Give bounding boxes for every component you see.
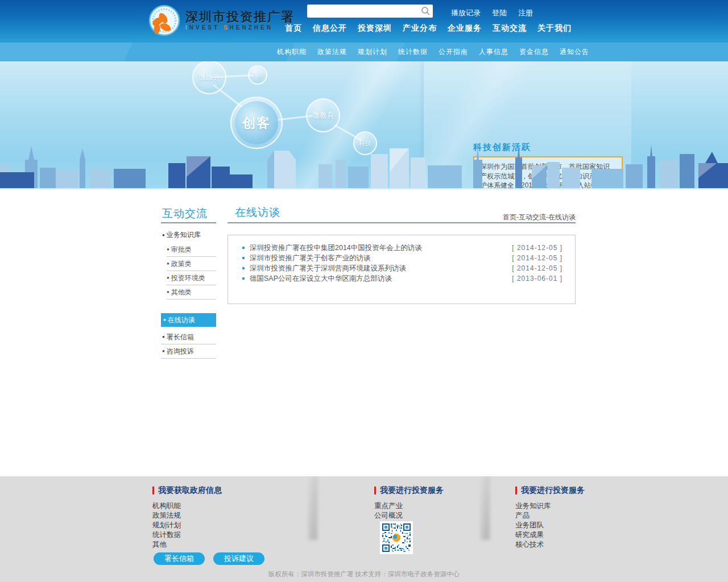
subnav-notices[interactable]: 通知公告 [560,47,589,57]
main-nav: 首页 信息公开 投资深圳 产业分布 企业服务 互动交流 关于我们 [285,23,572,34]
site-title: 深圳市投资推广署 [185,10,295,24]
bubble-micro-gov[interactable]: 微政务 [192,61,226,94]
nav-invest-shenzhen[interactable]: 投资深圳 [358,23,392,34]
divider-shadow [481,476,490,540]
footer-link-policies[interactable]: 政策法规 [152,511,222,521]
footer-heading: 我要获取政府信息 [152,485,222,496]
bullet-icon: ● [163,317,166,322]
login-link[interactable]: 登陆 [492,8,507,18]
bubble-micro-edu[interactable]: 微教育 [306,98,340,132]
nav-info-disclosure[interactable]: 信息公开 [313,23,347,34]
sidebar-item-online-interview-active[interactable]: ●在线访谈 [161,313,216,327]
sidebar-subitem-invest-env[interactable]: ●投资环境类 [167,271,216,285]
subnav-plans[interactable]: 规划计划 [358,47,387,57]
footer: 我要获取政府信息 机构职能 政策法规 规划计划 统计数据 其他 署长信箱 投诉建… [0,476,728,582]
footer-col-invest-services-2: 我要进行投资服务 业务知识库 产品 业务团队 研究成果 核心技术 [515,485,585,550]
subnav-funds[interactable]: 资金信息 [519,47,549,57]
footer-link-core-tech[interactable]: 核心技术 [515,540,585,550]
list-item[interactable]: 深圳市投资推广署关于创客产业的访谈[ 2014-12-05 ] [228,253,575,263]
bullet-icon: ● [167,275,169,280]
bullet-icon: ● [162,232,165,238]
red-bar-icon [515,487,517,494]
bullet-icon: ● [167,289,169,294]
footer-link-products[interactable]: 产品 [515,511,585,521]
square-bullet-icon [242,257,245,259]
page: 深圳市投资推广署 INVEST SHENZHEN 播放记录 登陆 注册 首页 信… [0,0,728,582]
list-item[interactable]: 德国SAP公司在深设立大中华区南方总部访谈[ 2013-06-01 ] [228,273,575,284]
director-mailbox-button[interactable]: 署长信箱 [154,552,205,565]
nav-interaction[interactable]: 互动交流 [493,23,527,34]
footer-col-invest-services-1: 我要进行投资服务 重点产业 公司概况 [374,485,444,521]
sub-nav-items: 机构职能 政策法规 规划计划 统计数据 公开指南 人事信息 资金信息 通知公告 [277,43,589,61]
complaint-suggestion-button[interactable]: 投诉建议 [213,552,264,565]
bullet-icon: ● [162,334,165,339]
site-logo[interactable]: 深圳市投资推广署 INVEST SHENZHEN [148,5,295,38]
footer-buttons: 署长信箱 投诉建议 [154,552,264,565]
footer-link-company-profile[interactable]: 公司概况 [374,511,444,521]
bullet-icon: ● [167,261,169,266]
footer-link-others[interactable]: 其他 [152,540,222,550]
square-bullet-icon [242,267,245,269]
subnav-functions[interactable]: 机构职能 [277,47,307,57]
sidebar: 互动交流 ●业务知识库 ●审批类 ●政策类 ●投资环境类 ●其他类 ●在线访谈 … [161,189,216,476]
sidebar-subitem-approval[interactable]: ●审批类 [167,243,216,257]
footer-link-knowledge-base[interactable]: 业务知识库 [515,501,585,511]
play-history-link[interactable]: 播放记录 [451,8,481,18]
search-input[interactable] [307,6,421,16]
sidebar-title: 互动交流 [162,206,208,221]
main-title-rule [228,222,576,223]
footer-heading: 我要进行投资服务 [374,485,444,496]
nav-enterprise-services[interactable]: 企业服务 [448,23,482,34]
city-skyline [0,143,728,189]
red-bar-icon [374,487,376,494]
sidebar-item-knowledge-base[interactable]: ●业务知识库 [162,230,201,240]
footer-link-statistics[interactable]: 统计数据 [152,530,222,540]
square-bullet-icon [242,277,245,280]
sidebar-title-rule [161,222,216,223]
user-links: 播放记录 登陆 注册 [451,8,533,18]
subnav-guide[interactable]: 公开指南 [439,47,468,57]
qr-code [380,521,413,554]
footer-link-plans[interactable]: 规划计划 [152,521,222,530]
square-bullet-icon [242,247,245,249]
header-bar: 深圳市投资推广署 INVEST SHENZHEN 播放记录 登陆 注册 首页 信… [0,0,728,43]
sub-nav: 机构职能 政策法规 规划计划 统计数据 公开指南 人事信息 资金信息 通知公告 [0,43,728,61]
nav-industry-distribution[interactable]: 产业分布 [403,23,437,34]
footer-link-functions[interactable]: 机构职能 [152,501,222,511]
bullet-icon: ● [162,348,165,354]
bubble-industry[interactable]: 产业 [248,65,267,85]
bubble-maker[interactable]: 创客 [230,97,283,149]
breadcrumb[interactable]: 首页-互动交流-在线访谈 [503,213,576,222]
sidebar-subitem-others[interactable]: ●其他类 [167,285,216,300]
subnav-personnel[interactable]: 人事信息 [479,47,508,57]
divider-shadow [308,476,317,540]
footer-heading: 我要进行投资服务 [515,485,585,496]
sidebar-item-director-mailbox[interactable]: ●署长信箱 [161,330,216,344]
list-item[interactable]: 深圳市投资推广署关于深圳营商环境建设系列访谈[ 2014-12-05 ] [228,263,575,273]
copyright-text: 版权所有：深圳市投资推广署 技术支持：深圳市电子政务资源中心 [0,570,728,579]
footer-link-key-industries[interactable]: 重点产业 [374,501,444,511]
site-subtitle: INVEST SHENZHEN [185,24,295,32]
footer-col-government-info: 我要获取政府信息 机构职能 政策法规 规划计划 统计数据 其他 [152,485,222,550]
red-bar-icon [152,487,154,494]
footer-link-business-team[interactable]: 业务团队 [515,521,585,530]
nav-home[interactable]: 首页 [285,23,302,34]
search-icon[interactable] [421,6,431,16]
nav-about-us[interactable]: 关于我们 [537,23,572,34]
hero-banner: 微政务 产业 创客 微教育 科技 科技创新活跃 深圳作为国家首批创新城市、首批国… [0,61,728,189]
content-area: 互动交流 ●业务知识库 ●审批类 ●政策类 ●投资环境类 ●其他类 ●在线访谈 … [0,189,728,476]
bullet-icon: ● [167,247,169,252]
subnav-statistics[interactable]: 统计数据 [398,47,428,57]
logo-emblem-icon [148,5,181,38]
sidebar-subitem-policy[interactable]: ●政策类 [167,257,216,271]
subnav-policies[interactable]: 政策法规 [317,47,347,57]
list-item[interactable]: 深圳投资推广署在投中集团2014中国投资年会上的访谈[ 2014-12-05 ] [228,243,575,253]
search-box [307,5,433,18]
page-title: 在线访谈 [235,205,280,220]
footer-link-research-results[interactable]: 研究成果 [515,530,585,540]
sidebar-item-consult-complaint[interactable]: ●咨询投诉 [161,344,216,359]
logo-text: 深圳市投资推广署 INVEST SHENZHEN [185,10,295,32]
register-link[interactable]: 注册 [518,8,533,18]
interview-list: 深圳投资推广署在投中集团2014中国投资年会上的访谈[ 2014-12-05 ]… [228,235,576,304]
